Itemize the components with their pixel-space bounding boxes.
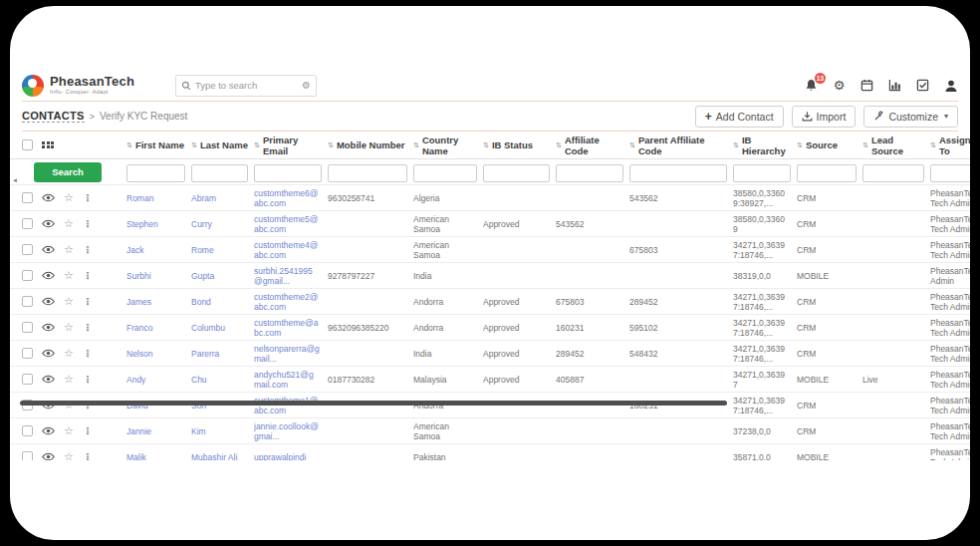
cell-primary-email[interactable]: customtheme@abc.com [254, 318, 328, 338]
analytics-chart-icon[interactable] [887, 78, 902, 93]
search-input[interactable] [195, 80, 298, 91]
column-header-country-name[interactable]: ⇅Country Name [413, 135, 483, 156]
row-menu-kebab-icon[interactable]: ⋮ [83, 375, 93, 385]
view-eye-icon[interactable] [42, 452, 55, 460]
row-menu-kebab-icon[interactable]: ⋮ [83, 349, 93, 359]
table-row[interactable]: ☆ ⋮ James Bond customtheme2@abc.com Ando… [10, 289, 970, 315]
row-checkbox[interactable] [22, 374, 33, 385]
column-header-source[interactable]: ⇅Source [797, 139, 862, 150]
column-header-parent-affiliate-code[interactable]: ⇅Parent Affiliate Code [629, 135, 733, 156]
brand-logo[interactable]: PheasanTech Influ· Conquer· Adapt [22, 75, 159, 97]
favorite-star-icon[interactable]: ☆ [64, 192, 74, 203]
view-eye-icon[interactable] [42, 426, 55, 435]
sort-icon[interactable]: ⇅ [930, 141, 936, 149]
filter-input-lead-source[interactable] [862, 164, 924, 182]
cell-last-name[interactable]: Bond [191, 297, 254, 307]
view-eye-icon[interactable] [42, 245, 55, 254]
filter-input-source[interactable] [797, 164, 857, 182]
column-grid-icon[interactable] [42, 141, 54, 149]
favorite-star-icon[interactable]: ☆ [64, 425, 74, 436]
cell-last-name[interactable]: Rome [191, 245, 254, 255]
calendar-icon[interactable] [859, 78, 874, 93]
import-button[interactable]: Import [792, 106, 857, 128]
row-menu-kebab-icon[interactable]: ⋮ [83, 219, 93, 229]
cell-first-name[interactable]: Malik [126, 452, 191, 461]
sort-icon[interactable]: ⇅ [191, 141, 197, 149]
view-eye-icon[interactable] [42, 349, 55, 358]
cell-primary-email[interactable]: customtheme2@abc.com [254, 292, 328, 312]
row-menu-kebab-icon[interactable]: ⋮ [83, 297, 93, 307]
cell-primary-email[interactable]: nelsonparerra@gmail... [254, 344, 328, 364]
sort-icon[interactable]: ⇅ [254, 141, 260, 149]
row-checkbox[interactable] [22, 425, 33, 436]
filter-input-affiliate-code[interactable] [556, 164, 623, 182]
row-checkbox[interactable] [22, 296, 33, 307]
filter-input-country-name[interactable] [413, 164, 477, 182]
cell-first-name[interactable]: Nelson [126, 349, 191, 359]
column-header-assigned-to[interactable]: ⇅Assigned To [930, 135, 970, 156]
cell-last-name[interactable]: Gupta [191, 271, 254, 281]
sort-icon[interactable]: ⇅ [556, 141, 562, 149]
sort-icon[interactable]: ⇅ [328, 141, 334, 149]
view-eye-icon[interactable] [42, 219, 55, 228]
cell-last-name[interactable]: Chu [191, 375, 254, 385]
cell-first-name[interactable]: Jannie [126, 426, 191, 436]
favorite-star-icon[interactable]: ☆ [64, 244, 74, 255]
settings-gear-icon[interactable]: ⚙ [832, 78, 847, 93]
filter-input-ib-hierarchy[interactable] [733, 164, 791, 182]
cell-primary-email[interactable]: customtheme4@abc.com [254, 240, 328, 260]
cell-first-name[interactable]: Jack [126, 245, 191, 255]
global-search[interactable]: ⚙ [175, 75, 317, 97]
filter-input-ib-status[interactable] [483, 164, 550, 182]
sort-icon[interactable]: ⇅ [862, 141, 868, 149]
table-row[interactable]: ☆ ⋮ Stephen Curry customtheme5@abc.com A… [10, 211, 970, 237]
row-menu-kebab-icon[interactable]: ⋮ [83, 245, 93, 255]
row-checkbox[interactable] [22, 218, 33, 229]
row-menu-kebab-icon[interactable]: ⋮ [83, 426, 93, 436]
filter-input-assigned-to[interactable] [930, 164, 970, 182]
table-row[interactable]: ☆ ⋮ Malik Mubashir Ali upprawalpindi Pak… [10, 444, 970, 460]
view-eye-icon[interactable] [42, 193, 55, 202]
favorite-star-icon[interactable]: ☆ [64, 296, 74, 307]
sort-icon[interactable]: ⇅ [413, 141, 419, 149]
tasks-check-icon[interactable] [915, 78, 930, 93]
cell-primary-email[interactable]: jannie.coollook@gmai... [254, 421, 328, 441]
cell-first-name[interactable]: James [126, 297, 191, 307]
column-header-ib-hierarchy[interactable]: ⇅IB Hierarchy [733, 135, 797, 156]
row-checkbox[interactable] [22, 322, 33, 333]
row-checkbox[interactable] [22, 244, 33, 255]
row-checkbox[interactable] [22, 270, 33, 281]
cell-last-name[interactable]: Mubashir Ali [191, 452, 254, 461]
column-header-ib-status[interactable]: ⇅IB Status [483, 139, 556, 150]
row-menu-kebab-icon[interactable]: ⋮ [83, 452, 93, 461]
cell-last-name[interactable]: Columbu [191, 323, 254, 333]
favorite-star-icon[interactable]: ☆ [64, 270, 74, 281]
cell-last-name[interactable]: Abram [191, 193, 254, 203]
sort-icon[interactable]: ⇅ [733, 141, 739, 149]
column-header-last-name[interactable]: ⇅Last Name [191, 139, 254, 150]
cell-last-name[interactable]: Parerra [191, 349, 254, 359]
view-eye-icon[interactable] [42, 323, 55, 332]
breadcrumb-contacts-link[interactable]: CONTACTS [22, 110, 85, 123]
user-profile-icon[interactable] [943, 78, 958, 93]
row-checkbox[interactable] [22, 451, 33, 460]
filter-input-first-name[interactable] [126, 164, 185, 182]
search-settings-icon[interactable]: ⚙ [302, 80, 311, 91]
cell-primary-email[interactable]: customtheme6@abc.com [254, 188, 328, 208]
table-row[interactable]: ☆ ⋮ Nelson Parerra nelsonparerra@gmail..… [10, 341, 970, 367]
row-checkbox[interactable] [22, 348, 33, 359]
column-header-lead-source[interactable]: ⇅Lead Source [862, 135, 930, 156]
column-header-primary-email[interactable]: ⇅Primary Email [254, 135, 328, 156]
table-row[interactable]: ☆ ⋮ Jannie Kim jannie.coollook@gmai... A… [10, 418, 970, 444]
sort-icon[interactable]: ⇅ [629, 141, 635, 149]
filter-input-mobile-number[interactable] [328, 164, 407, 182]
favorite-star-icon[interactable]: ☆ [64, 218, 74, 229]
column-header-mobile-number[interactable]: ⇅Mobile Number [328, 139, 413, 150]
filter-input-primary-email[interactable] [254, 164, 322, 182]
column-header-first-name[interactable]: ⇅First Name [126, 139, 191, 150]
favorite-star-icon[interactable]: ☆ [64, 451, 74, 460]
table-row[interactable]: ☆ ⋮ Franco Columbu customtheme@abc.com 9… [10, 315, 970, 341]
cell-first-name[interactable]: Roman [126, 193, 191, 203]
favorite-star-icon[interactable]: ☆ [64, 348, 74, 359]
row-checkbox[interactable] [22, 192, 33, 203]
